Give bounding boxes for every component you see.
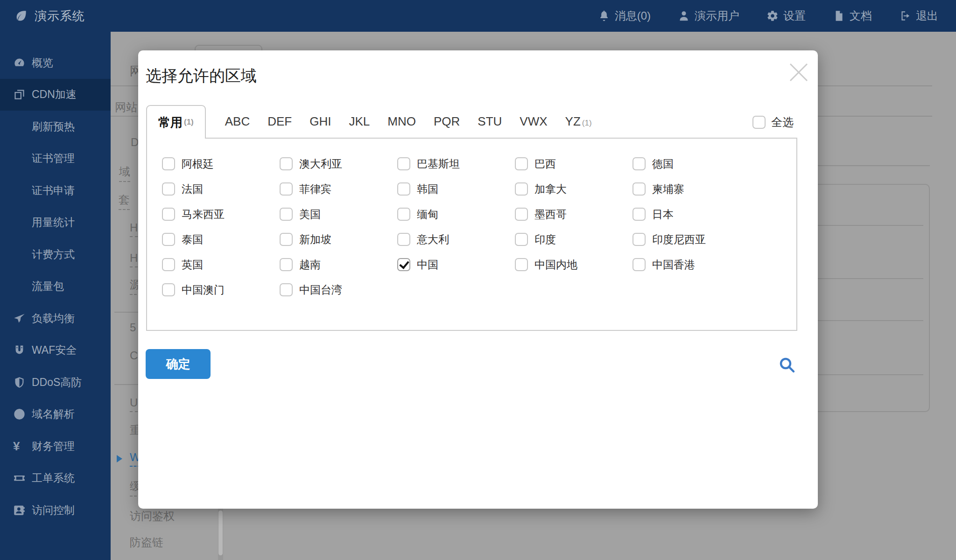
sidebar-item-cert-manage[interactable]: 证书管理 xyxy=(0,143,111,175)
sidebar-item-label: 访问控制 xyxy=(32,503,75,518)
region-option[interactable]: 马来西亚 xyxy=(162,202,280,227)
checkbox[interactable] xyxy=(397,208,410,221)
sidebar-item-access-control[interactable]: 访问控制 xyxy=(0,494,111,526)
nav-user[interactable]: 演示用户 xyxy=(678,8,739,23)
region-option[interactable]: 阿根廷 xyxy=(162,151,280,176)
checkbox-checked[interactable] xyxy=(397,258,410,271)
sidebar-item-tickets[interactable]: 工单系统 xyxy=(0,462,111,495)
region-option-china[interactable]: 中国 xyxy=(397,252,515,277)
background-text-fragment: 域 xyxy=(119,164,130,182)
checkbox[interactable] xyxy=(280,208,293,221)
checkbox[interactable] xyxy=(397,182,410,196)
nav-messages[interactable]: 消息(0) xyxy=(598,8,651,23)
checkbox[interactable] xyxy=(280,283,293,296)
sidebar-item-traffic-pack[interactable]: 流量包 xyxy=(0,271,111,303)
checkbox[interactable] xyxy=(515,157,528,170)
sidebar-item-usage-stats[interactable]: 用量统计 xyxy=(0,207,111,239)
region-option[interactable]: 泰国 xyxy=(162,227,280,252)
sidebar-item-cdn[interactable]: CDN加速 xyxy=(0,79,111,111)
region-option[interactable]: 巴基斯坦 xyxy=(397,151,515,176)
confirm-button[interactable]: 确定 xyxy=(146,349,211,379)
checkbox[interactable] xyxy=(633,182,646,196)
tab-pqr[interactable]: PQR xyxy=(425,114,469,129)
tab-vwx[interactable]: VWX xyxy=(511,114,556,129)
region-option[interactable]: 印度 xyxy=(515,227,633,252)
checkbox[interactable] xyxy=(633,208,646,221)
region-option[interactable]: 德国 xyxy=(633,151,750,176)
region-option[interactable]: 美国 xyxy=(280,202,397,227)
tab-def[interactable]: DEF xyxy=(259,114,301,129)
checkbox[interactable] xyxy=(162,208,175,221)
sidebar-item-billing-mode[interactable]: 计费方式 xyxy=(0,238,111,271)
sidebar-item-refresh-prewarm[interactable]: 刷新预热 xyxy=(0,111,111,143)
region-option[interactable]: 澳大利亚 xyxy=(280,151,397,176)
checkbox[interactable] xyxy=(397,233,410,246)
checkbox[interactable] xyxy=(162,182,175,196)
region-option[interactable]: 墨西哥 xyxy=(515,202,633,227)
checkbox[interactable] xyxy=(515,182,528,196)
shield-icon xyxy=(13,376,26,389)
sidebar-item-finance[interactable]: ¥ 财务管理 xyxy=(0,430,111,462)
region-option[interactable]: 中国香港 xyxy=(633,252,750,277)
region-option[interactable]: 意大利 xyxy=(397,227,515,252)
checkbox[interactable] xyxy=(515,233,528,246)
region-option[interactable]: 印度尼西亚 xyxy=(633,227,750,252)
checkbox[interactable] xyxy=(515,208,528,221)
checkbox[interactable] xyxy=(633,258,646,271)
region-option[interactable]: 越南 xyxy=(280,252,397,277)
region-option[interactable]: 日本 xyxy=(633,202,750,227)
tab-abc[interactable]: ABC xyxy=(216,114,259,129)
leaf-icon xyxy=(14,9,28,23)
region-option[interactable]: 韩国 xyxy=(397,176,515,202)
sidebar-item-waf[interactable]: WAF安全 xyxy=(0,335,111,367)
checkbox[interactable] xyxy=(162,233,175,246)
brand[interactable]: 演示系统 xyxy=(0,8,85,24)
sidebar-item-ddos[interactable]: DDoS高防 xyxy=(0,366,111,399)
region-option[interactable]: 中国内地 xyxy=(515,252,633,277)
tab-changyong[interactable]: 常用(1) xyxy=(146,105,206,139)
select-all-checkbox[interactable] xyxy=(752,116,766,129)
region-option[interactable]: 新加坡 xyxy=(280,227,397,252)
nav-docs[interactable]: 文档 xyxy=(833,8,872,23)
region-option[interactable]: 中国澳门 xyxy=(162,277,280,302)
region-option[interactable]: 中国台湾 xyxy=(280,277,397,302)
checkbox[interactable] xyxy=(280,182,293,196)
checkbox[interactable] xyxy=(162,283,175,296)
nav-settings[interactable]: 设置 xyxy=(766,8,806,23)
region-option[interactable]: 菲律宾 xyxy=(280,176,397,202)
region-option[interactable]: 缅甸 xyxy=(397,202,515,227)
tab-mno[interactable]: MNO xyxy=(379,114,425,129)
tab-ghi[interactable]: GHI xyxy=(301,114,340,129)
region-option[interactable]: 柬埔寨 xyxy=(633,176,750,202)
nav-logout[interactable]: 退出 xyxy=(899,8,938,23)
checkbox[interactable] xyxy=(515,258,528,271)
search-button[interactable] xyxy=(777,355,797,375)
region-tabs: 常用(1) ABC DEF GHI JKL MNO PQR STU VWX YZ… xyxy=(146,105,799,138)
sidebar-item-load-balance[interactable]: 负载均衡 xyxy=(0,302,111,335)
checkbox[interactable] xyxy=(397,157,410,170)
checkbox[interactable] xyxy=(162,258,175,271)
region-option[interactable]: 法国 xyxy=(162,176,280,202)
region-option[interactable]: 加拿大 xyxy=(515,176,633,202)
sidebar-item-dns[interactable]: 域名解析 xyxy=(0,399,111,431)
checkbox[interactable] xyxy=(280,233,293,246)
background-menu-item[interactable]: 访问鉴权 xyxy=(130,509,175,524)
sidebar-item-cert-apply[interactable]: 证书申请 xyxy=(0,175,111,207)
checkbox[interactable] xyxy=(633,233,646,246)
submenu-scrollbar[interactable] xyxy=(218,509,223,560)
background-menu-item[interactable]: 防盗链 xyxy=(130,535,163,550)
tab-yz[interactable]: YZ(1) xyxy=(556,114,601,129)
checkbox[interactable] xyxy=(633,157,646,170)
checkbox[interactable] xyxy=(162,157,175,170)
region-option[interactable]: 巴西 xyxy=(515,151,633,176)
gauge-icon xyxy=(13,56,26,69)
select-all-option[interactable]: 全选 xyxy=(752,115,794,130)
close-button[interactable] xyxy=(788,62,809,83)
checkbox[interactable] xyxy=(280,258,293,271)
region-option[interactable]: 英国 xyxy=(162,252,280,277)
checkbox[interactable] xyxy=(280,157,293,170)
tab-jkl[interactable]: JKL xyxy=(340,114,379,129)
tab-stu[interactable]: STU xyxy=(469,114,511,129)
sidebar-item-overview[interactable]: 概览 xyxy=(0,47,111,79)
background-text-fragment: 5 xyxy=(130,321,136,334)
